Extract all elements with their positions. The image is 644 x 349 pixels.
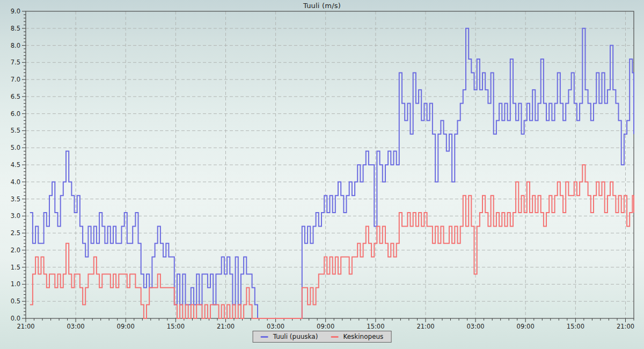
x-tick-label: 03:00 [67, 323, 85, 330]
x-tick-label: 09:00 [517, 323, 535, 330]
legend-label-gust: Tuuli (puuska) [273, 333, 318, 340]
y-tick-label: 2.5 [11, 229, 20, 237]
y-tick-label: 4.0 [11, 178, 20, 186]
y-tick-label: 9.0 [11, 8, 20, 15]
x-tick-label: 09:00 [317, 323, 334, 330]
legend-item-gust: Tuuli (puuska) [261, 333, 318, 340]
average-series-line [30, 165, 634, 318]
average-line-swatch [331, 336, 338, 338]
y-tick-label: 4.5 [11, 161, 20, 169]
y-tick-label: 0.5 [11, 297, 20, 305]
y-tick-label: 7.0 [11, 76, 20, 83]
y-tick-label: 1.5 [11, 264, 20, 271]
y-tick-label: 8.5 [11, 25, 20, 32]
x-tick-label: 03:00 [267, 323, 284, 330]
y-tick-label: 3.0 [11, 212, 20, 220]
x-tick-label: 15:00 [367, 323, 384, 330]
x-tick-label: 21:00 [17, 323, 34, 330]
y-tick-label: 7.5 [11, 59, 20, 66]
x-tick-label: 21:00 [217, 323, 235, 330]
x-tick-label: 21:00 [617, 323, 634, 330]
x-tick-label: 03:00 [467, 323, 485, 330]
y-tick-label: 5.5 [11, 127, 20, 134]
x-tick-label: 21:00 [416, 323, 434, 330]
gust-series-line [30, 28, 634, 318]
legend: Tuuli (puuska) Keskinopeus [253, 331, 392, 343]
y-tick-label: 6.5 [11, 93, 20, 100]
y-tick-label: 2.0 [11, 246, 20, 254]
y-tick-label: 8.0 [11, 42, 20, 49]
x-tick-label: 15:00 [567, 323, 584, 330]
y-tick-label: 6.0 [11, 110, 20, 118]
gust-line-swatch [261, 336, 268, 338]
y-tick-label: 0.0 [11, 315, 20, 322]
y-tick-label: 3.5 [11, 195, 20, 203]
x-tick-label: 09:00 [117, 323, 135, 330]
legend-label-average: Keskinopeus [343, 333, 383, 340]
y-tick-label: 1.0 [11, 280, 20, 288]
x-tick-label: 15:00 [167, 323, 185, 330]
y-tick-label: 5.0 [11, 144, 20, 151]
chart-canvas: 0.00.51.01.52.02.53.03.54.04.55.05.56.06… [0, 0, 644, 349]
legend-item-average: Keskinopeus [331, 333, 383, 340]
